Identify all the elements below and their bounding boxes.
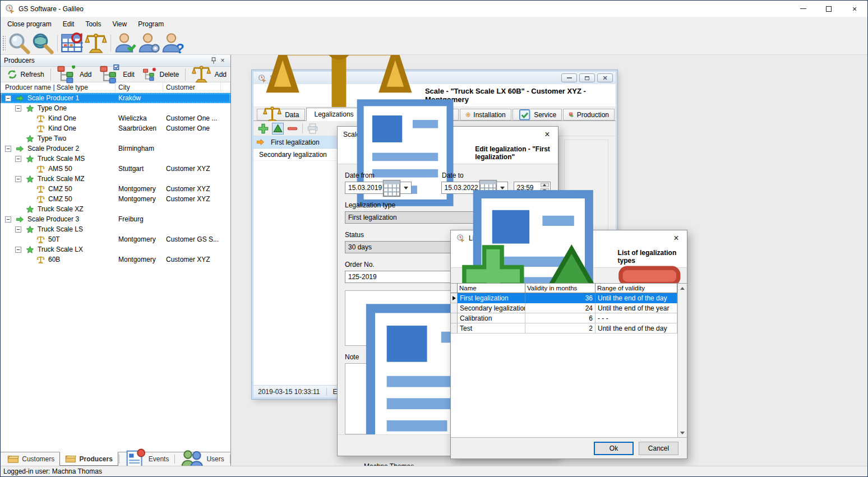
schedule-button[interactable] xyxy=(61,33,84,53)
column-header-validity[interactable]: Validity in months xyxy=(525,284,595,293)
tab-service[interactable]: Service xyxy=(513,109,562,121)
expander-collapse-icon[interactable] xyxy=(15,105,21,112)
triangle-icon xyxy=(273,123,283,134)
expander-collapse-icon[interactable] xyxy=(15,226,21,233)
tree-row[interactable]: CMZ 50MontgomeryCustomer XYZ xyxy=(1,184,230,194)
tab-data[interactable]: Data xyxy=(257,109,305,121)
expander-collapse-icon[interactable] xyxy=(15,156,21,162)
tree-cell-name: Type One xyxy=(1,103,116,113)
panel-tab-users[interactable]: Users xyxy=(176,452,229,466)
refresh-button[interactable]: Refresh xyxy=(3,68,48,81)
dropdown-arrow-icon[interactable] xyxy=(404,187,408,189)
tree-row[interactable]: Type One xyxy=(1,103,230,113)
pin-icon[interactable] xyxy=(209,57,218,64)
scale-minimize-button[interactable] xyxy=(561,73,577,82)
tree-row[interactable]: 60BMontgomeryCustomer XYZ xyxy=(1,254,230,265)
tree-cell-customer: Customer GS S... xyxy=(163,235,221,243)
search-button[interactable] xyxy=(7,33,31,53)
cancel-button[interactable]: Cancel xyxy=(639,442,678,455)
date-from-field[interactable]: 15.03.2019 xyxy=(345,182,412,194)
column-header-name[interactable]: Producer name | Scale type xyxy=(1,82,116,92)
tree-row[interactable]: Truck Scale LX xyxy=(1,244,230,254)
person-list-item[interactable]: Machna Thomas xyxy=(364,462,551,466)
star-icon xyxy=(26,246,34,254)
tree-row[interactable]: Truck Scale XZ xyxy=(1,204,230,214)
tree-row[interactable]: 50TMontgomeryCustomer GS S... xyxy=(1,234,230,244)
tree-row[interactable]: CMZ 50MontgomeryCustomer XYZ xyxy=(1,194,230,204)
toolbar-separator xyxy=(110,35,111,52)
types-table-row[interactable]: Calibration6- - - xyxy=(451,313,677,323)
scale-close-button[interactable]: ✕ xyxy=(597,73,613,82)
global-search-button[interactable] xyxy=(31,33,54,53)
delete-producer-button[interactable]: Delete xyxy=(138,68,183,81)
tree-row[interactable]: AMS 50StuttgartCustomer XYZ xyxy=(1,164,230,174)
close-button[interactable]: × xyxy=(842,1,867,17)
tree-row[interactable]: Type Two xyxy=(1,133,230,143)
panel-tab-producers[interactable]: Producers xyxy=(59,452,118,466)
star-icon xyxy=(26,104,34,113)
tree-row[interactable]: Scale Producer 3Freiburg xyxy=(1,214,230,224)
expander-collapse-icon[interactable] xyxy=(5,95,11,101)
menu-program[interactable]: Program xyxy=(132,17,169,32)
edit-producer-button[interactable]: Edit xyxy=(95,68,138,81)
types-table-row[interactable]: First legalization36Until the end of the… xyxy=(451,293,677,303)
toolbar-grip[interactable] xyxy=(2,35,6,51)
persons-items: Machna Thomas xyxy=(350,462,551,466)
types-table-row[interactable]: Test2Until the end of the day xyxy=(451,323,677,334)
cell-validity-months: 24 xyxy=(525,303,595,313)
tree-cell-customer: Customer One xyxy=(163,124,221,132)
types-table-row[interactable]: Secondary legalization24Until the end of… xyxy=(451,303,677,313)
scale-restore-button[interactable] xyxy=(579,73,595,82)
edit-legalization-button[interactable] xyxy=(272,123,284,135)
menu-close-program[interactable]: Close program xyxy=(2,17,57,32)
scroll-down-icon[interactable] xyxy=(678,428,687,437)
tab-production[interactable]: Production xyxy=(563,109,615,121)
search-icon xyxy=(7,31,31,55)
tree-row[interactable]: Truck Scale MS xyxy=(1,154,230,164)
print-button[interactable] xyxy=(307,123,318,135)
tree-row[interactable]: Truck Scale MZ xyxy=(1,174,230,184)
panel-tab-events[interactable]: Events xyxy=(119,452,174,466)
menu-tools[interactable]: Tools xyxy=(80,17,107,32)
scales-button[interactable] xyxy=(84,33,108,53)
add-producer-button[interactable]: Add xyxy=(53,68,96,81)
tree-cell-name: Truck Scale LX xyxy=(1,244,116,254)
column-header-range[interactable]: Range of validity xyxy=(595,284,677,293)
tree-cell-customer: Customer XYZ xyxy=(163,256,221,263)
add-legalization-button[interactable] xyxy=(257,123,269,135)
tree-row[interactable]: Kind OneWieliczkaCustomer One ... xyxy=(1,113,230,123)
cell-range-of-validity: Until the end of the day xyxy=(595,293,677,303)
vertical-scrollbar[interactable] xyxy=(677,284,687,437)
minimize-button[interactable] xyxy=(790,1,816,17)
application-status-bar: Logged-in user: Machna Thomas xyxy=(1,466,867,476)
scroll-up-icon[interactable] xyxy=(678,284,687,293)
user-confirm-button[interactable] xyxy=(114,33,137,53)
menu-edit[interactable]: Edit xyxy=(57,17,80,32)
column-header-customer[interactable]: Customer xyxy=(163,82,221,92)
user-settings-button[interactable] xyxy=(137,33,161,53)
menu-view[interactable]: View xyxy=(107,17,132,32)
tree-row[interactable]: Scale Producer 2Birmingham xyxy=(1,143,230,154)
column-header-city[interactable]: City xyxy=(116,82,163,92)
row-marker xyxy=(451,293,458,303)
dialog-close-icon[interactable]: × xyxy=(542,130,552,139)
cell-range-of-validity: - - - xyxy=(595,313,677,323)
delete-legalization-button[interactable] xyxy=(287,123,298,135)
expander-collapse-icon[interactable] xyxy=(15,247,21,253)
column-header-name[interactable]: Name xyxy=(458,284,525,293)
expander-collapse-icon[interactable] xyxy=(5,216,11,223)
tab-installation[interactable]: Installation xyxy=(460,109,511,121)
tree-row[interactable]: Kind OneSaarbrückenCustomer One xyxy=(1,123,230,133)
maximize-button[interactable] xyxy=(816,1,842,17)
add-scale-button[interactable]: Add xyxy=(187,68,230,81)
tree-row[interactable]: Truck Scale LS xyxy=(1,224,230,234)
panel-close-icon[interactable]: × xyxy=(218,57,227,64)
expander-collapse-icon[interactable] xyxy=(15,176,21,182)
ok-button[interactable]: Ok xyxy=(594,442,634,455)
panel-tab-customers[interactable]: Customers xyxy=(2,452,59,466)
tree-row[interactable]: Scale Producer 1Kraków xyxy=(1,93,230,103)
star-icon xyxy=(26,155,34,163)
row-marker xyxy=(451,303,458,313)
user-help-button[interactable]: ? xyxy=(161,33,184,53)
expander-collapse-icon[interactable] xyxy=(5,146,11,152)
